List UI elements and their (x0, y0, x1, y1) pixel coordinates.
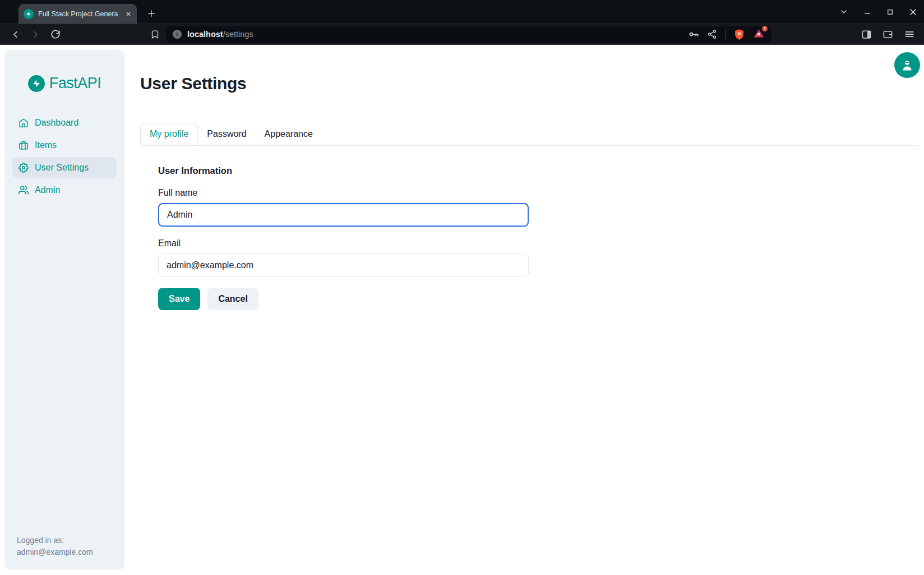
site-info-icon[interactable] (173, 30, 182, 39)
cancel-button[interactable]: Cancel (207, 288, 258, 310)
sidebar-nav: Dashboard Items User Settings Admin (12, 112, 117, 201)
share-icon[interactable] (707, 29, 717, 39)
app-sidebar: FastAPI Dashboard Items User Settings (4, 50, 124, 570)
wallet-icon[interactable] (883, 29, 893, 40)
sidebar-item-items[interactable]: Items (12, 135, 117, 156)
minimize-icon[interactable] (863, 8, 871, 16)
logged-in-email: admin@example.com (17, 546, 117, 558)
user-menu-button[interactable] (894, 52, 920, 78)
email-input[interactable] (158, 254, 529, 277)
tab-appearance[interactable]: Appearance (256, 123, 322, 145)
sidebar-item-label: Admin (35, 185, 60, 195)
fastapi-logo-icon (28, 75, 45, 92)
full-name-input[interactable] (158, 203, 529, 227)
brave-shield-icon[interactable] (733, 29, 745, 40)
sidebar-item-dashboard[interactable]: Dashboard (12, 112, 117, 134)
brave-rewards-button[interactable]: 1 (753, 27, 765, 42)
rewards-count-badge: 1 (761, 25, 769, 33)
save-button[interactable]: Save (158, 288, 200, 310)
fastapi-favicon-icon (24, 9, 34, 19)
workspaces-chevron-icon[interactable] (839, 7, 848, 16)
sidebar-item-admin[interactable]: Admin (12, 180, 117, 201)
home-icon (19, 118, 29, 128)
browser-tab[interactable]: Full Stack Project Genera (19, 4, 137, 24)
fastapi-logo-text: FastAPI (49, 75, 101, 92)
logged-in-footer: Logged in as: admin@example.com (12, 535, 117, 558)
window-controls (839, 0, 917, 24)
fastapi-logo: FastAPI (12, 75, 117, 92)
user-avatar-icon (900, 58, 914, 72)
close-window-icon[interactable] (909, 8, 917, 16)
bookmark-icon[interactable] (150, 30, 160, 39)
users-icon (19, 185, 29, 195)
browser-toolbar: localhost /settings (0, 24, 924, 45)
menu-hamburger-icon[interactable] (904, 29, 915, 40)
forward-icon[interactable] (30, 29, 41, 40)
full-name-label: Full name (158, 188, 924, 198)
tab-password[interactable]: Password (198, 123, 255, 145)
url-actions: 1 (688, 27, 765, 42)
toolbar-divider (725, 29, 726, 39)
browser-titlebar: Full Stack Project Genera (0, 0, 924, 24)
page-title: User Settings (140, 45, 924, 93)
tab-close-icon[interactable] (125, 11, 132, 17)
sidebar-item-user-settings[interactable]: User Settings (12, 157, 117, 178)
reload-icon[interactable] (50, 29, 61, 39)
tab-my-profile[interactable]: My profile (140, 123, 198, 145)
url-host: localhost (187, 30, 223, 39)
browser-window: Full Stack Project Genera (0, 0, 924, 575)
tab-title: Full Stack Project Genera (38, 10, 121, 18)
new-tab-icon[interactable] (144, 6, 159, 21)
main-area: User Settings My profile Password Appear… (124, 45, 924, 575)
briefcase-icon (19, 140, 29, 150)
gear-icon (19, 163, 29, 173)
sidebar-item-label: Dashboard (35, 118, 78, 128)
password-key-icon[interactable] (688, 29, 699, 40)
sidebar-toggle-icon[interactable] (861, 29, 872, 40)
email-label: Email (158, 238, 924, 249)
toolbar-right-buttons (861, 29, 918, 40)
maximize-icon[interactable] (886, 8, 894, 16)
url-path: /settings (223, 30, 253, 39)
sidebar-item-label: Items (35, 140, 57, 150)
settings-tabs: My profile Password Appearance (140, 123, 918, 146)
page-content: FastAPI Dashboard Items User Settings (0, 45, 924, 575)
logged-in-label: Logged in as: (17, 535, 117, 546)
form-buttons: Save Cancel (158, 288, 924, 310)
back-icon[interactable] (10, 29, 21, 40)
profile-panel: User Information Full name Email Save Ca… (140, 146, 924, 310)
section-title: User Information (158, 165, 924, 176)
sidebar-item-label: User Settings (35, 163, 89, 173)
url-bar[interactable]: localhost /settings (166, 26, 771, 43)
navigation-buttons (6, 29, 61, 40)
